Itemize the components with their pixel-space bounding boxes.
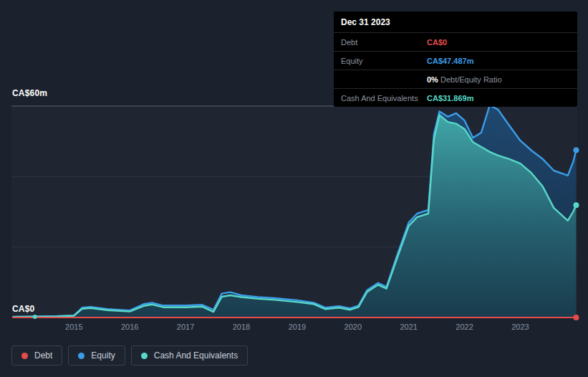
legend-equity-label: Equity (91, 350, 115, 361)
debt-color-dot (21, 353, 28, 359)
legend-item-equity[interactable]: Equity (68, 345, 125, 366)
tooltip-date: Dec 31 2023 (334, 11, 577, 32)
x-tick-2020: 2020 (344, 323, 362, 331)
legend: Debt Equity Cash And Equivalents (11, 345, 248, 366)
tooltip-cash-value: CA$31.869m (427, 94, 473, 102)
x-tick-2022: 2022 (456, 323, 473, 331)
tooltip-debt-value: CA$0 (427, 38, 447, 47)
tooltip-ratio-value: 0% (427, 75, 438, 84)
legend-item-cash[interactable]: Cash And Equivalents (131, 345, 248, 366)
tooltip-row-debt: Debt CA$0 (334, 32, 577, 51)
x-tick-2023: 2023 (511, 323, 529, 331)
x-tick-2018: 2018 (233, 323, 250, 331)
x-tick-2016: 2016 (121, 323, 138, 331)
tooltip-cash-label: Cash And Equivalents (341, 94, 427, 102)
tooltip-row-equity: Equity CA$47.487m (334, 51, 577, 70)
tooltip-equity-label: Equity (341, 57, 427, 65)
cash-end-dot (573, 202, 579, 208)
tooltip-ratio-value-wrap: 0% Debt/Equity Ratio (427, 75, 502, 84)
tooltip-equity-value: CA$47.487m (427, 57, 473, 65)
x-tick-2021: 2021 (400, 323, 417, 331)
legend-item-debt[interactable]: Debt (11, 345, 62, 366)
debt-end-dot (573, 315, 579, 320)
tooltip-ratio-label: Debt/Equity Ratio (440, 75, 502, 84)
y-axis-label-top: CA$60m (12, 88, 47, 98)
cash-start-dot (33, 315, 37, 319)
x-tick-2017: 2017 (177, 323, 194, 331)
equity-color-dot (78, 353, 85, 359)
x-tick-2019: 2019 (289, 323, 306, 331)
tooltip-debt-label: Debt (341, 38, 427, 47)
equity-end-dot (573, 148, 579, 153)
x-tick-2015: 2015 (65, 323, 82, 331)
legend-cash-label: Cash And Equivalents (154, 350, 238, 361)
tooltip-row-cash: Cash And Equivalents CA$31.869m (334, 88, 577, 107)
cash-color-dot (141, 353, 148, 359)
legend-debt-label: Debt (34, 350, 52, 361)
debt-equity-history-chart[interactable]: 201520162017201820192020202120222023 (11, 102, 577, 338)
chart-tooltip: Dec 31 2023 Debt CA$0 Equity CA$47.487m … (334, 11, 577, 107)
tooltip-row-ratio: 0% Debt/Equity Ratio (334, 70, 577, 88)
